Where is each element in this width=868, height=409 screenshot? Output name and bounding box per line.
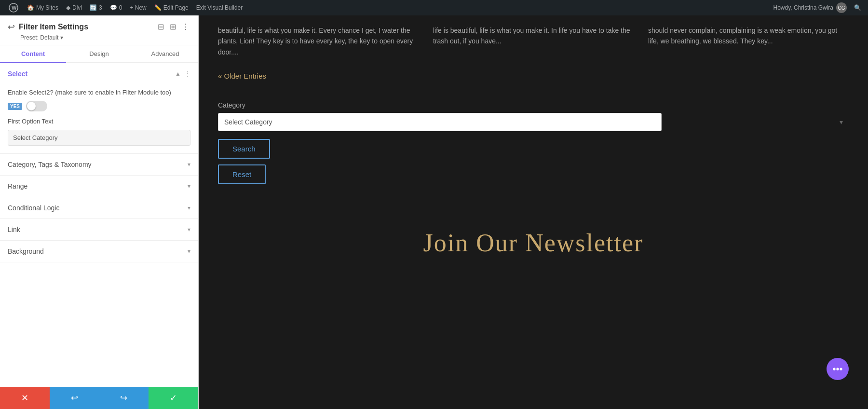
cancel-icon: ✕ [21, 393, 28, 403]
section-range-header[interactable]: Range ▾ [0, 176, 198, 197]
section-link-header[interactable]: Link ▾ [0, 219, 198, 240]
admin-bar-edit-page[interactable]: ✏️ Edit Page [150, 0, 192, 15]
section-link-expand-icon[interactable]: ▾ [188, 226, 190, 233]
category-select[interactable]: Select Category [218, 113, 662, 131]
undo-button[interactable]: ↩ [50, 387, 99, 409]
edit-icon: ✏️ [154, 4, 162, 11]
newsletter-section: Join Our Newsletter [199, 209, 868, 276]
panel-bottom-bar: ✕ ↩ ↪ ✓ [0, 387, 198, 409]
reset-button[interactable]: Reset [218, 164, 266, 184]
section-select-actions: ▲ ⋮ [175, 70, 190, 77]
right-content: beautiful, life is what you make it. Eve… [199, 15, 868, 409]
main-layout: ↩ Filter Item Settings ⊟ ⊞ ⋮ Preset: Def… [0, 15, 868, 409]
section-select: Select ▲ ⋮ Enable Select2? (make sure to… [0, 63, 198, 154]
section-category-tags: Category, Tags & Taxonomy ▾ [0, 154, 198, 176]
more-icon[interactable]: ⋮ [181, 21, 190, 32]
section-select-header[interactable]: Select ▲ ⋮ [0, 63, 198, 84]
section-background-title: Background [8, 247, 44, 255]
section-select-title: Select [8, 70, 27, 78]
section-background-expand-icon[interactable]: ▾ [188, 248, 190, 255]
admin-bar-new[interactable]: + New [126, 0, 150, 15]
panel-title-row: ↩ Filter Item Settings ⊟ ⊞ ⋮ [8, 21, 190, 32]
save-icon: ✓ [170, 393, 177, 403]
tab-content[interactable]: Content [0, 45, 66, 63]
filter-buttons: Search Reset [218, 139, 849, 190]
section-conditional-logic-header[interactable]: Conditional Logic ▾ [0, 197, 198, 218]
first-option-label: First Option Text [8, 117, 190, 126]
section-background: Background ▾ [0, 241, 198, 262]
admin-bar-exit-visual-builder[interactable]: Exit Visual Builder [192, 0, 247, 15]
newsletter-title: Join Our Newsletter [218, 229, 849, 257]
toggle-switch[interactable] [26, 101, 47, 111]
cancel-button[interactable]: ✕ [0, 387, 50, 409]
panel-header-icons: ⊟ ⊞ ⋮ [157, 21, 190, 32]
admin-search-button[interactable]: 🔍 [851, 0, 864, 15]
select-chevron-icon: ▾ [840, 118, 843, 126]
filter-area: Category Select Category ▾ Search Reset [199, 101, 868, 209]
category-select-wrapper: Select Category ▾ [218, 113, 849, 131]
admin-bar: W 🏠 My Sites ◆ Divi 🔄 3 💬 0 + New ✏️ Edi… [0, 0, 868, 15]
section-range-expand-icon[interactable]: ▾ [188, 183, 190, 190]
section-link-title: Link [8, 226, 20, 233]
blog-content-area: beautiful, life is what you make it. Eve… [199, 15, 868, 101]
admin-bar-right: Howdy, Christina Gwira CG 🔍 [770, 0, 864, 15]
refresh-icon: 🔄 [90, 4, 97, 11]
avatar: CG [836, 2, 847, 13]
section-conditional-logic: Conditional Logic ▾ [0, 197, 198, 219]
section-category-tags-expand-icon[interactable]: ▾ [188, 161, 190, 168]
admin-bar-divi[interactable]: ◆ Divi [62, 0, 86, 15]
save-button[interactable]: ✓ [149, 387, 198, 409]
admin-bar-messages[interactable]: 💬 0 [106, 0, 126, 15]
section-select-menu-icon[interactable]: ⋮ [185, 70, 190, 77]
first-option-input[interactable] [8, 130, 190, 146]
section-select-content: Enable Select2? (make sure to enable in … [0, 84, 198, 153]
search-button[interactable]: Search [218, 139, 270, 159]
filter-category-label: Category [218, 101, 849, 109]
left-panel: ↩ Filter Item Settings ⊟ ⊞ ⋮ Preset: Def… [0, 15, 199, 409]
grid-icon[interactable]: ⊞ [169, 21, 177, 32]
undo-icon: ↩ [71, 393, 78, 403]
tab-advanced[interactable]: Advanced [132, 45, 198, 63]
comment-icon: 💬 [110, 4, 117, 11]
older-entries-link[interactable]: « Older Entries [218, 72, 266, 80]
admin-bar-my-sites[interactable]: 🏠 My Sites [23, 0, 62, 15]
redo-button[interactable]: ↪ [99, 387, 149, 409]
howdy-section[interactable]: Howdy, Christina Gwira CG [770, 2, 851, 13]
toggle-field-label: Enable Select2? (make sure to enable in … [8, 88, 190, 97]
layout-icon[interactable]: ⊟ [157, 21, 165, 32]
section-range: Range ▾ [0, 176, 198, 197]
blog-grid: beautiful, life is what you make it. Eve… [218, 25, 849, 57]
section-conditional-logic-title: Conditional Logic [8, 204, 59, 212]
chat-bubble-icon: ••• [832, 364, 842, 375]
redo-icon: ↪ [120, 393, 127, 403]
section-select-collapse-icon[interactable]: ▲ [175, 70, 181, 77]
section-category-tags-title: Category, Tags & Taxonomy [8, 161, 92, 168]
admin-bar-comments-count[interactable]: 🔄 3 [86, 0, 106, 15]
toggle-wrapper: YES [8, 101, 190, 111]
panel-content: Select ▲ ⋮ Enable Select2? (make sure to… [0, 63, 198, 387]
panel-header: ↩ Filter Item Settings ⊟ ⊞ ⋮ Preset: Def… [0, 15, 198, 45]
section-background-header[interactable]: Background ▾ [0, 241, 198, 262]
blog-post-2: life is beautiful, life is what you make… [433, 25, 634, 57]
panel-tabs: Content Design Advanced [0, 45, 198, 63]
tab-design[interactable]: Design [66, 45, 132, 63]
blog-post-1: beautiful, life is what you make it. Eve… [218, 25, 419, 57]
section-link: Link ▾ [0, 219, 198, 241]
chat-bubble[interactable]: ••• [827, 358, 849, 380]
blog-post-3: should never complain, complaining is a … [648, 25, 849, 57]
section-category-tags-header[interactable]: Category, Tags & Taxonomy ▾ [0, 154, 198, 175]
back-icon[interactable]: ↩ [8, 22, 15, 32]
wp-logo[interactable]: W [4, 0, 23, 15]
divi-icon: ◆ [66, 4, 70, 11]
preset-row[interactable]: Preset: Default ▾ [20, 34, 190, 41]
svg-text:W: W [12, 5, 17, 11]
toggle-yes-label: YES [8, 103, 22, 110]
section-range-title: Range [8, 182, 27, 190]
section-conditional-logic-expand-icon[interactable]: ▾ [188, 204, 190, 211]
home-icon: 🏠 [27, 4, 34, 11]
panel-title: Filter Item Settings [19, 23, 153, 31]
